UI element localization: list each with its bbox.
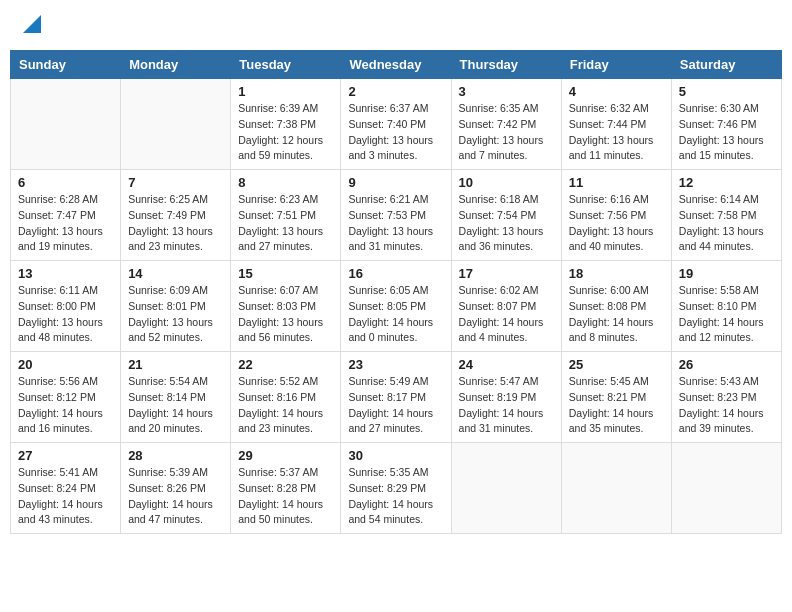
calendar-cell: 17Sunrise: 6:02 AMSunset: 8:07 PMDayligh… xyxy=(451,261,561,352)
day-number: 15 xyxy=(238,266,333,281)
day-number: 16 xyxy=(348,266,443,281)
day-number: 28 xyxy=(128,448,223,463)
calendar-cell: 18Sunrise: 6:00 AMSunset: 8:08 PMDayligh… xyxy=(561,261,671,352)
calendar-cell: 12Sunrise: 6:14 AMSunset: 7:58 PMDayligh… xyxy=(671,170,781,261)
day-info: Sunrise: 6:14 AMSunset: 7:58 PMDaylight:… xyxy=(679,192,774,255)
day-info: Sunrise: 6:32 AMSunset: 7:44 PMDaylight:… xyxy=(569,101,664,164)
calendar-cell: 15Sunrise: 6:07 AMSunset: 8:03 PMDayligh… xyxy=(231,261,341,352)
day-number: 14 xyxy=(128,266,223,281)
calendar-cell: 29Sunrise: 5:37 AMSunset: 8:28 PMDayligh… xyxy=(231,443,341,534)
calendar-cell: 26Sunrise: 5:43 AMSunset: 8:23 PMDayligh… xyxy=(671,352,781,443)
day-info: Sunrise: 5:47 AMSunset: 8:19 PMDaylight:… xyxy=(459,374,554,437)
calendar-cell: 16Sunrise: 6:05 AMSunset: 8:05 PMDayligh… xyxy=(341,261,451,352)
day-number: 12 xyxy=(679,175,774,190)
day-number: 19 xyxy=(679,266,774,281)
day-number: 27 xyxy=(18,448,113,463)
weekday-header: Wednesday xyxy=(341,51,451,79)
weekday-header: Friday xyxy=(561,51,671,79)
weekday-header: Tuesday xyxy=(231,51,341,79)
calendar-week-row: 27Sunrise: 5:41 AMSunset: 8:24 PMDayligh… xyxy=(11,443,782,534)
day-number: 5 xyxy=(679,84,774,99)
day-info: Sunrise: 6:35 AMSunset: 7:42 PMDaylight:… xyxy=(459,101,554,164)
day-number: 6 xyxy=(18,175,113,190)
day-number: 1 xyxy=(238,84,333,99)
day-number: 23 xyxy=(348,357,443,372)
day-info: Sunrise: 5:54 AMSunset: 8:14 PMDaylight:… xyxy=(128,374,223,437)
calendar-cell: 27Sunrise: 5:41 AMSunset: 8:24 PMDayligh… xyxy=(11,443,121,534)
calendar-cell xyxy=(451,443,561,534)
day-number: 18 xyxy=(569,266,664,281)
day-info: Sunrise: 6:05 AMSunset: 8:05 PMDaylight:… xyxy=(348,283,443,346)
calendar-cell: 21Sunrise: 5:54 AMSunset: 8:14 PMDayligh… xyxy=(121,352,231,443)
day-number: 4 xyxy=(569,84,664,99)
day-info: Sunrise: 6:28 AMSunset: 7:47 PMDaylight:… xyxy=(18,192,113,255)
svg-marker-0 xyxy=(23,15,41,33)
calendar-cell: 5Sunrise: 6:30 AMSunset: 7:46 PMDaylight… xyxy=(671,79,781,170)
calendar: SundayMondayTuesdayWednesdayThursdayFrid… xyxy=(10,50,782,534)
day-number: 8 xyxy=(238,175,333,190)
calendar-cell: 24Sunrise: 5:47 AMSunset: 8:19 PMDayligh… xyxy=(451,352,561,443)
calendar-cell: 6Sunrise: 6:28 AMSunset: 7:47 PMDaylight… xyxy=(11,170,121,261)
day-info: Sunrise: 6:25 AMSunset: 7:49 PMDaylight:… xyxy=(128,192,223,255)
calendar-cell: 13Sunrise: 6:11 AMSunset: 8:00 PMDayligh… xyxy=(11,261,121,352)
calendar-cell: 4Sunrise: 6:32 AMSunset: 7:44 PMDaylight… xyxy=(561,79,671,170)
calendar-cell: 20Sunrise: 5:56 AMSunset: 8:12 PMDayligh… xyxy=(11,352,121,443)
day-number: 11 xyxy=(569,175,664,190)
calendar-cell: 23Sunrise: 5:49 AMSunset: 8:17 PMDayligh… xyxy=(341,352,451,443)
day-number: 3 xyxy=(459,84,554,99)
calendar-week-row: 20Sunrise: 5:56 AMSunset: 8:12 PMDayligh… xyxy=(11,352,782,443)
day-number: 17 xyxy=(459,266,554,281)
day-info: Sunrise: 5:58 AMSunset: 8:10 PMDaylight:… xyxy=(679,283,774,346)
calendar-week-row: 1Sunrise: 6:39 AMSunset: 7:38 PMDaylight… xyxy=(11,79,782,170)
day-number: 9 xyxy=(348,175,443,190)
day-number: 22 xyxy=(238,357,333,372)
weekday-header: Saturday xyxy=(671,51,781,79)
day-number: 2 xyxy=(348,84,443,99)
calendar-cell: 14Sunrise: 6:09 AMSunset: 8:01 PMDayligh… xyxy=(121,261,231,352)
calendar-cell: 1Sunrise: 6:39 AMSunset: 7:38 PMDaylight… xyxy=(231,79,341,170)
weekday-header: Thursday xyxy=(451,51,561,79)
calendar-week-row: 6Sunrise: 6:28 AMSunset: 7:47 PMDaylight… xyxy=(11,170,782,261)
day-info: Sunrise: 5:35 AMSunset: 8:29 PMDaylight:… xyxy=(348,465,443,528)
day-number: 7 xyxy=(128,175,223,190)
calendar-cell: 30Sunrise: 5:35 AMSunset: 8:29 PMDayligh… xyxy=(341,443,451,534)
calendar-cell: 3Sunrise: 6:35 AMSunset: 7:42 PMDaylight… xyxy=(451,79,561,170)
day-info: Sunrise: 6:09 AMSunset: 8:01 PMDaylight:… xyxy=(128,283,223,346)
day-info: Sunrise: 6:16 AMSunset: 7:56 PMDaylight:… xyxy=(569,192,664,255)
header xyxy=(10,10,782,42)
day-info: Sunrise: 6:23 AMSunset: 7:51 PMDaylight:… xyxy=(238,192,333,255)
calendar-cell xyxy=(11,79,121,170)
day-info: Sunrise: 5:52 AMSunset: 8:16 PMDaylight:… xyxy=(238,374,333,437)
day-info: Sunrise: 6:37 AMSunset: 7:40 PMDaylight:… xyxy=(348,101,443,164)
calendar-cell: 19Sunrise: 5:58 AMSunset: 8:10 PMDayligh… xyxy=(671,261,781,352)
calendar-week-row: 13Sunrise: 6:11 AMSunset: 8:00 PMDayligh… xyxy=(11,261,782,352)
weekday-header: Monday xyxy=(121,51,231,79)
day-info: Sunrise: 5:49 AMSunset: 8:17 PMDaylight:… xyxy=(348,374,443,437)
calendar-cell: 25Sunrise: 5:45 AMSunset: 8:21 PMDayligh… xyxy=(561,352,671,443)
day-number: 24 xyxy=(459,357,554,372)
day-info: Sunrise: 5:43 AMSunset: 8:23 PMDaylight:… xyxy=(679,374,774,437)
day-info: Sunrise: 5:37 AMSunset: 8:28 PMDaylight:… xyxy=(238,465,333,528)
logo xyxy=(20,15,41,37)
day-info: Sunrise: 5:45 AMSunset: 8:21 PMDaylight:… xyxy=(569,374,664,437)
calendar-cell: 11Sunrise: 6:16 AMSunset: 7:56 PMDayligh… xyxy=(561,170,671,261)
day-number: 29 xyxy=(238,448,333,463)
day-info: Sunrise: 6:18 AMSunset: 7:54 PMDaylight:… xyxy=(459,192,554,255)
day-info: Sunrise: 6:30 AMSunset: 7:46 PMDaylight:… xyxy=(679,101,774,164)
day-number: 13 xyxy=(18,266,113,281)
day-number: 26 xyxy=(679,357,774,372)
day-info: Sunrise: 5:39 AMSunset: 8:26 PMDaylight:… xyxy=(128,465,223,528)
calendar-cell xyxy=(671,443,781,534)
calendar-cell: 10Sunrise: 6:18 AMSunset: 7:54 PMDayligh… xyxy=(451,170,561,261)
calendar-cell: 22Sunrise: 5:52 AMSunset: 8:16 PMDayligh… xyxy=(231,352,341,443)
calendar-cell: 2Sunrise: 6:37 AMSunset: 7:40 PMDaylight… xyxy=(341,79,451,170)
day-info: Sunrise: 6:11 AMSunset: 8:00 PMDaylight:… xyxy=(18,283,113,346)
calendar-cell xyxy=(561,443,671,534)
day-number: 10 xyxy=(459,175,554,190)
day-number: 21 xyxy=(128,357,223,372)
calendar-cell: 8Sunrise: 6:23 AMSunset: 7:51 PMDaylight… xyxy=(231,170,341,261)
day-number: 20 xyxy=(18,357,113,372)
day-info: Sunrise: 6:39 AMSunset: 7:38 PMDaylight:… xyxy=(238,101,333,164)
day-info: Sunrise: 6:07 AMSunset: 8:03 PMDaylight:… xyxy=(238,283,333,346)
day-info: Sunrise: 6:02 AMSunset: 8:07 PMDaylight:… xyxy=(459,283,554,346)
